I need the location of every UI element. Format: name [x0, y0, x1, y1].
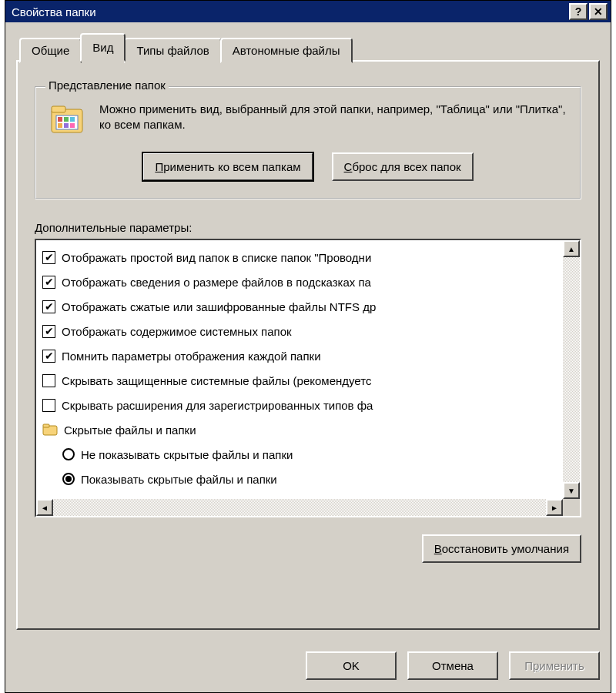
checkbox[interactable]: ✔: [42, 325, 55, 338]
cancel-button[interactable]: Отмена: [407, 651, 498, 680]
list-item[interactable]: Показывать скрытые файлы и папки: [42, 467, 563, 491]
tab-label: Вид: [92, 41, 113, 54]
list-item[interactable]: ✔Отображать содержимое системных папок: [42, 319, 563, 343]
close-button[interactable]: ✕: [589, 3, 608, 20]
item-label: Показывать скрытые файлы и папки: [81, 473, 277, 486]
scroll-track[interactable]: [53, 499, 546, 516]
svg-rect-5: [70, 117, 75, 122]
item-label: Не показывать скрытые файлы и папки: [81, 448, 293, 461]
list-item[interactable]: Скрывать расширения для зарегистрированн…: [42, 393, 563, 417]
checkbox[interactable]: [42, 399, 55, 412]
item-label: Скрывать защищенные системные файлы (рек…: [62, 374, 371, 387]
tab-file-types[interactable]: Типы файлов: [124, 38, 221, 63]
item-label: Помнить параметры отображения каждой пап…: [62, 350, 321, 363]
advanced-settings-list: ✔Отображать простой вид папок в списке п…: [35, 239, 581, 517]
item-label: Отображать сведения о размере файлов в п…: [62, 276, 371, 289]
svg-rect-1: [52, 106, 65, 112]
list-item[interactable]: ✔Отображать сжатые или зашифрованные фай…: [42, 294, 563, 319]
svg-rect-7: [64, 123, 69, 128]
titlebar: Свойства папки ? ✕: [5, 1, 611, 22]
scroll-track[interactable]: [563, 257, 580, 482]
group-description: Можно применить вид, выбранный для этой …: [99, 102, 566, 133]
list-item[interactable]: ✔Отображать сведения о размере файлов в …: [42, 270, 563, 294]
checkbox[interactable]: ✔: [42, 276, 55, 289]
folder-options-window: Свойства папки ? ✕ Общие Вид Типы файлов…: [5, 0, 611, 693]
restore-row: Восстановить умолчания: [35, 534, 581, 563]
vertical-scrollbar[interactable]: ▲ ▼: [563, 240, 580, 499]
tab-strip: Общие Вид Типы файлов Автономные файлы: [19, 33, 600, 62]
list-item: Скрытые файлы и папки: [42, 417, 563, 442]
apply-to-all-button[interactable]: Применить ко всем папкам: [142, 152, 313, 181]
list-item[interactable]: Не показывать скрытые файлы и папки: [42, 442, 563, 467]
group-content: Можно применить вид, выбранный для этой …: [50, 102, 566, 139]
advanced-label: Дополнительные параметры:: [35, 221, 581, 234]
tab-offline-files[interactable]: Автономные файлы: [220, 38, 353, 63]
list-item[interactable]: ✔Отображать простой вид папок в списке п…: [42, 245, 563, 270]
item-label: Скрытые файлы и папки: [64, 424, 196, 437]
dialog-buttons: OK Отмена Применить: [5, 641, 611, 692]
checkbox[interactable]: [42, 374, 55, 387]
reset-all-button[interactable]: Сброс для всех папок: [332, 152, 474, 181]
checkbox[interactable]: ✔: [42, 350, 55, 363]
tab-general[interactable]: Общие: [19, 38, 82, 63]
radio[interactable]: [62, 473, 75, 485]
scroll-down-button[interactable]: ▼: [563, 482, 580, 499]
scrollbar-corner: [563, 499, 580, 516]
group-legend: Представление папок: [45, 79, 169, 92]
checkbox[interactable]: ✔: [42, 300, 55, 313]
scroll-left-button[interactable]: ◄: [36, 499, 53, 516]
item-label: Отображать сжатые или зашифрованные файл…: [62, 300, 376, 313]
svg-rect-4: [64, 117, 69, 122]
tab-label: Типы файлов: [136, 44, 209, 57]
folder-views-group: Представление папок: [35, 86, 581, 199]
scroll-right-button[interactable]: ►: [546, 499, 563, 516]
svg-rect-8: [70, 123, 75, 128]
list-item[interactable]: ✔Помнить параметры отображения каждой па…: [42, 343, 563, 368]
help-button[interactable]: ?: [569, 3, 588, 20]
list-items: ✔Отображать простой вид папок в списке п…: [36, 240, 563, 499]
item-label: Отображать простой вид папок в списке па…: [62, 251, 371, 264]
svg-rect-3: [58, 117, 62, 122]
item-label: Отображать содержимое системных папок: [62, 325, 292, 338]
window-title: Свойства папки: [12, 5, 567, 18]
list-item[interactable]: Скрывать защищенные системные файлы (рек…: [42, 368, 563, 393]
tab-label: Общие: [32, 44, 69, 57]
group-buttons: Применить ко всем папкам Сброс для всех …: [50, 152, 566, 181]
horizontal-scrollbar[interactable]: ◄ ►: [36, 499, 563, 516]
svg-rect-6: [58, 123, 62, 128]
folder-views-icon: [50, 102, 87, 139]
tab-view[interactable]: Вид: [80, 33, 126, 62]
restore-defaults-button[interactable]: Восстановить умолчания: [422, 534, 581, 563]
tab-label: Автономные файлы: [233, 44, 340, 57]
client-area: Общие Вид Типы файлов Автономные файлы П…: [5, 22, 611, 641]
scroll-up-button[interactable]: ▲: [563, 240, 580, 257]
ok-button[interactable]: OK: [306, 651, 397, 680]
tab-panel-view: Представление папок: [16, 60, 600, 630]
help-icon: ?: [575, 5, 582, 18]
svg-rect-10: [43, 424, 49, 427]
radio[interactable]: [62, 448, 75, 460]
checkbox[interactable]: ✔: [42, 251, 55, 264]
apply-button[interactable]: Применить: [509, 651, 600, 680]
item-label: Скрывать расширения для зарегистрированн…: [62, 399, 373, 412]
folder-icon: [42, 423, 58, 437]
close-icon: ✕: [594, 5, 603, 18]
